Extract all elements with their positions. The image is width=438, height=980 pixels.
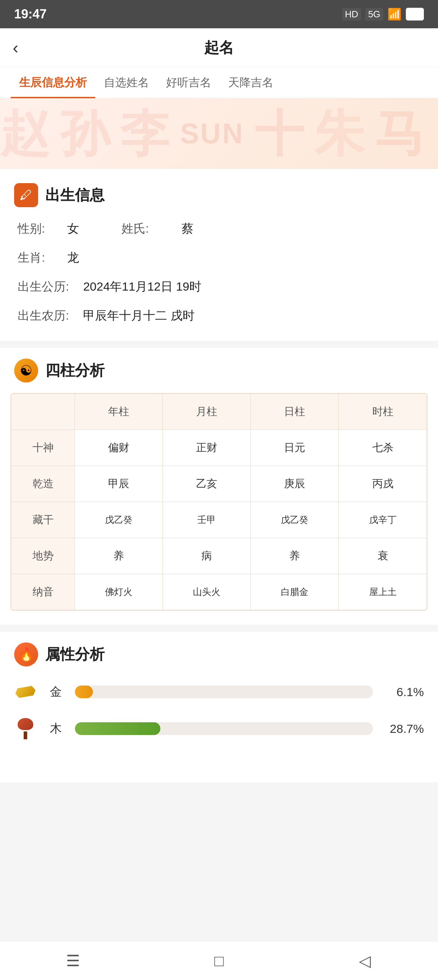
tab-custom-name[interactable]: 自选姓名 — [95, 67, 157, 98]
solar-value: 2024年11月12日 19时 — [83, 278, 202, 295]
dishi-day: 养 — [251, 538, 339, 574]
tab-heaven-name[interactable]: 天降吉名 — [220, 67, 282, 98]
gold-bar-container — [75, 686, 373, 698]
attr-icon: 🔥 — [14, 643, 38, 667]
header-hour: 时柱 — [339, 394, 427, 430]
fire-icon-symbol: 🔥 — [18, 647, 34, 662]
wood-bar-container — [75, 722, 373, 735]
nayin-hour: 屋上土 — [339, 574, 427, 610]
ten-gods-day: 日元 — [251, 430, 339, 466]
bg-char-2: 孙 — [60, 109, 110, 158]
nayin-month: 山头火 — [163, 574, 251, 610]
zanggan-row: 藏干 戊乙癸 壬甲 戊乙癸 戊辛丁 — [11, 502, 427, 538]
lunar-date-row: 出生农历: 甲辰年十月十二 戌时 — [17, 301, 421, 330]
qianzao-label: 乾造 — [11, 466, 75, 502]
solar-date-row: 出生公历: 2024年11月12日 19时 — [17, 272, 421, 301]
birth-info-rows: 性别: 女 姓氏: 蔡 生肖: 龙 出生公历: 2024年11月12日 19时 … — [0, 214, 438, 330]
page-title: 起名 — [204, 38, 234, 57]
surname-label: 姓氏: — [122, 221, 164, 237]
pillars-title: 四柱分析 — [45, 361, 105, 380]
wood-icon — [14, 718, 37, 740]
gold-element-row: 金 6.1% — [14, 681, 424, 703]
nayin-row: 纳音 佛灯火 山头火 白腊金 屋上土 — [11, 574, 427, 610]
qianzao-hour: 丙戌 — [339, 466, 427, 502]
hd-label: HD — [342, 8, 361, 21]
dishi-month: 病 — [163, 538, 251, 574]
attributes-section: 🔥 属性分析 金 6.1% 木 — [0, 632, 438, 783]
header: ‹ 起名 — [0, 28, 438, 67]
nav-home-button[interactable]: □ — [205, 947, 233, 975]
birth-section-icon: 🖊 — [14, 183, 38, 207]
nayin-label: 纳音 — [11, 574, 75, 610]
ten-gods-month: 正财 — [163, 430, 251, 466]
bg-char-5: 朱 — [315, 109, 364, 158]
bottom-nav: ☰ □ ◁ — [0, 941, 438, 980]
gender-value: 女 — [67, 221, 79, 237]
yin-yang-symbol: ☯ — [20, 363, 32, 379]
dishi-year: 养 — [75, 538, 163, 574]
lunar-value: 甲辰年十月十二 戌时 — [83, 307, 194, 324]
birth-info-section: 赵 孙 李 SUN 十 朱 马 🖊 出生信息 性别: 女 姓氏: 蔡 生肖: 龙… — [0, 98, 438, 341]
attr-rows: 金 6.1% 木 28.7% — [0, 673, 438, 761]
attr-header: 🔥 属性分析 — [0, 632, 438, 673]
menu-icon: ☰ — [66, 952, 80, 970]
birth-banner: 赵 孙 李 SUN 十 朱 马 — [0, 98, 438, 169]
gender-label: 性别: — [17, 221, 60, 237]
ten-gods-year: 偏财 — [75, 430, 163, 466]
tab-birth-analysis[interactable]: 生辰信息分析 — [11, 67, 95, 98]
header-year: 年柱 — [75, 394, 163, 430]
status-time: 19:47 — [14, 7, 47, 22]
solar-label: 出生公历: — [17, 278, 69, 295]
table-header-row: 年柱 月柱 日柱 时柱 — [11, 394, 427, 430]
dishi-hour: 衰 — [339, 538, 427, 574]
four-pillars-section: ☯ 四柱分析 年柱 月柱 日柱 时柱 十神 偏财 正财 日元 七杀 乾造 甲辰 … — [0, 348, 438, 625]
battery-indicator: 53 — [406, 8, 424, 21]
ten-gods-label: 十神 — [11, 430, 75, 466]
header-day: 日柱 — [251, 394, 339, 430]
wood-label: 木 — [45, 721, 67, 737]
gold-percent: 6.1% — [381, 685, 424, 699]
gold-label: 金 — [45, 684, 67, 700]
qianzao-row: 乾造 甲辰 乙亥 庚辰 丙戌 — [11, 466, 427, 502]
gold-bar — [75, 686, 93, 698]
home-icon: □ — [214, 952, 224, 970]
signal-label: 5G — [365, 8, 383, 21]
pillars-icon: ☯ — [14, 358, 38, 382]
status-icons: HD 5G 📶 53 — [342, 8, 424, 21]
lunar-label: 出生农历: — [17, 307, 69, 324]
zodiac-label: 生肖: — [17, 250, 60, 266]
zodiac-value: 龙 — [67, 250, 79, 266]
back-button[interactable]: ‹ — [13, 38, 18, 57]
wood-element-row: 木 28.7% — [14, 718, 424, 740]
nayin-year: 佛灯火 — [75, 574, 163, 610]
gold-icon — [14, 681, 37, 703]
dishi-label: 地势 — [11, 538, 75, 574]
bg-char-sun: SUN — [180, 119, 244, 148]
gender-surname-row: 性别: 女 姓氏: 蔡 — [17, 214, 421, 243]
zanggan-day: 戊乙癸 — [251, 502, 339, 538]
nav-back-button[interactable]: ◁ — [351, 947, 379, 975]
qianzao-day: 庚辰 — [251, 466, 339, 502]
tab-nice-name[interactable]: 好听吉名 — [157, 67, 220, 98]
attr-title: 属性分析 — [45, 644, 105, 664]
signal-bars: 📶 — [387, 8, 402, 21]
bg-char-4: 十 — [255, 109, 304, 158]
header-month: 月柱 — [163, 394, 251, 430]
zanggan-year: 戊乙癸 — [75, 502, 163, 538]
wood-percent: 28.7% — [381, 722, 424, 736]
qianzao-month: 乙亥 — [163, 466, 251, 502]
zanggan-label: 藏干 — [11, 502, 75, 538]
dishi-row: 地势 养 病 养 衰 — [11, 538, 427, 574]
ten-gods-hour: 七杀 — [339, 430, 427, 466]
banner-overlay: 赵 孙 李 SUN 十 朱 马 — [0, 98, 438, 169]
birth-icon-symbol: 🖊 — [20, 188, 32, 202]
ten-gods-row: 十神 偏财 正财 日元 七杀 — [11, 430, 427, 466]
birth-info-header: 🖊 出生信息 — [0, 172, 438, 214]
header-empty — [11, 394, 75, 430]
bg-char-1: 赵 — [0, 109, 49, 158]
nayin-day: 白腊金 — [251, 574, 339, 610]
nav-menu-button[interactable]: ☰ — [59, 947, 87, 975]
surname-value: 蔡 — [182, 221, 194, 237]
bg-char-6: 马 — [375, 109, 424, 158]
birth-section-title: 出生信息 — [45, 185, 105, 205]
